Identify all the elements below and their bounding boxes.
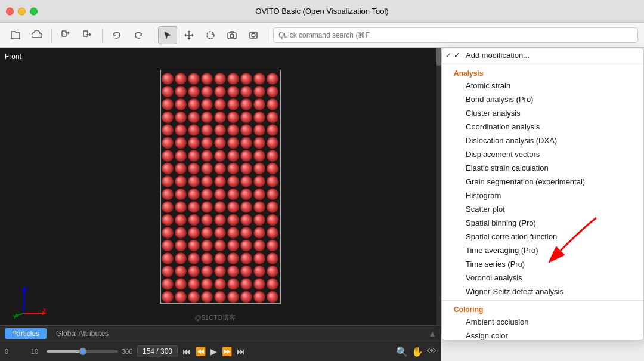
timeline-icons: 🔍 ✋ 👁	[396, 346, 436, 357]
maximize-button[interactable]	[30, 7, 38, 15]
step-back-button[interactable]: ⏪	[194, 345, 207, 357]
menu-item-wigner-seitz[interactable]: Wigner-Seitz defect analysis	[442, 285, 643, 298]
menu-item-elastic-strain[interactable]: Elastic strain calculation	[442, 161, 643, 175]
tab-particles[interactable]: Particles	[5, 328, 47, 339]
x-axis-label: x	[43, 306, 47, 313]
tab-global-attributes[interactable]: Global Attributes	[49, 328, 116, 339]
main-content: Front z y x Particles G	[0, 48, 644, 361]
camera-tool-button[interactable]	[222, 26, 242, 44]
minimize-button[interactable]	[18, 7, 26, 15]
menu-item-displacement-vectors[interactable]: Displacement vectors	[442, 147, 643, 161]
step-forward-button[interactable]: ⏩	[221, 345, 233, 357]
menu-item-spatial-binning[interactable]: Spatial binning (Pro)	[442, 216, 643, 230]
toolbar	[0, 23, 644, 48]
jump-start-button[interactable]: ⏮	[181, 345, 192, 357]
menu-item-bond-analysis[interactable]: Bond analysis (Pro)	[442, 92, 643, 106]
cloud-button[interactable]	[27, 26, 47, 44]
separator-2	[102, 28, 103, 42]
checkmark-icon: ✓	[454, 51, 462, 60]
menu-item-time-series[interactable]: Time series (Pro)	[442, 257, 643, 271]
viewport-scrollbar[interactable]	[436, 48, 441, 325]
separator-4	[268, 28, 268, 42]
undo-button[interactable]	[107, 26, 126, 44]
bottom-tabs: Particles Global Attributes ▲	[0, 326, 441, 341]
watermark: @51CTO博客	[195, 313, 236, 322]
section-header-coloring: Coloring	[442, 303, 643, 315]
pointer-tool-button[interactable]	[158, 26, 177, 44]
scrollbar-thumb[interactable]	[436, 48, 441, 66]
svg-point-6	[252, 33, 255, 37]
titlebar: OVITO Basic (Open Visualization Tool)	[0, 0, 644, 23]
z-axis-label: z	[25, 285, 29, 292]
svg-rect-0	[62, 31, 66, 36]
viewport: Front z y x Particles G	[0, 48, 441, 361]
menu-item-histogram[interactable]: Histogram	[442, 189, 643, 202]
menu-item-spatial-correlation[interactable]: Spatial correlation function	[442, 230, 643, 243]
menu-item-grain-segmentation[interactable]: Grain segmentation (experimental)	[442, 175, 643, 189]
screenshot-button[interactable]	[244, 26, 263, 44]
separator-1	[51, 28, 52, 42]
timeline-mid: 10	[31, 348, 43, 355]
menu-item-scatter-plot[interactable]: Scatter plot	[442, 202, 643, 216]
timeline-start: 0	[5, 348, 17, 355]
axes-indicator: z y x	[12, 283, 48, 319]
move-tool-button[interactable]	[179, 26, 199, 44]
frame-display: 154 / 300	[137, 345, 178, 357]
timeline-row: 0 10 300 154 / 300 ⏮ ⏪ ▶ ⏩ ⏭	[0, 341, 441, 361]
import-button[interactable]	[78, 26, 97, 44]
menu-divider-2	[442, 300, 643, 301]
menu-item-atomic-strain[interactable]: Atomic strain	[442, 79, 643, 92]
collapse-button[interactable]: ▲	[428, 329, 436, 338]
menu-item-ambient-occlusion[interactable]: Ambient occlusion	[442, 315, 643, 329]
section-header-analysis: Analysis	[442, 66, 643, 79]
menu-item-voronoi-analysis[interactable]: Voronoi analysis	[442, 271, 643, 285]
timeline-end: 300	[122, 348, 134, 355]
bottom-controls: Particles Global Attributes ▲ 0 10 300 1…	[0, 325, 441, 361]
menu-item-coordination-analysis[interactable]: Coordination analysis	[442, 120, 643, 134]
dropdown-menu: ✓ Add modification... Analysis Atomic st…	[441, 48, 644, 340]
menu-divider-1	[442, 64, 643, 64]
menu-item-time-averaging[interactable]: Time averaging (Pro)	[442, 243, 643, 257]
traffic-lights	[6, 7, 38, 15]
menu-item-assign-color[interactable]: Assign color	[442, 329, 643, 340]
export-button[interactable]	[57, 26, 76, 44]
menu-item-dislocation-analysis[interactable]: Dislocation analysis (DXA)	[442, 134, 643, 147]
search-icon[interactable]: 🔍	[396, 346, 408, 357]
atom-canvas	[0, 48, 441, 325]
hand-icon[interactable]: ✋	[411, 346, 423, 357]
timeline-slider[interactable]	[47, 347, 118, 356]
play-button[interactable]: ▶	[209, 345, 218, 357]
svg-point-4	[230, 34, 234, 38]
menu-item-add-modification[interactable]: ✓ Add modification...	[442, 48, 643, 62]
eye-icon[interactable]: 👁	[427, 346, 436, 357]
timeline-thumb[interactable]	[79, 348, 86, 355]
y-axis-label: y	[13, 312, 17, 319]
app-title: OVITO Basic (Open Visualization Tool)	[255, 7, 388, 16]
separator-3	[153, 28, 153, 42]
menu-item-cluster-analysis[interactable]: Cluster analysis	[442, 106, 643, 120]
rotate-tool-button[interactable]	[201, 26, 220, 44]
play-controls: ⏮ ⏪ ▶ ⏩ ⏭	[181, 345, 246, 357]
open-file-button[interactable]	[6, 26, 25, 44]
close-button[interactable]	[6, 7, 14, 15]
svg-rect-1	[83, 31, 88, 36]
svg-point-2	[207, 32, 214, 39]
jump-end-button[interactable]: ⏭	[236, 345, 246, 357]
timeline-fill	[47, 350, 83, 353]
search-input[interactable]	[273, 27, 638, 43]
redo-button[interactable]	[129, 26, 148, 44]
